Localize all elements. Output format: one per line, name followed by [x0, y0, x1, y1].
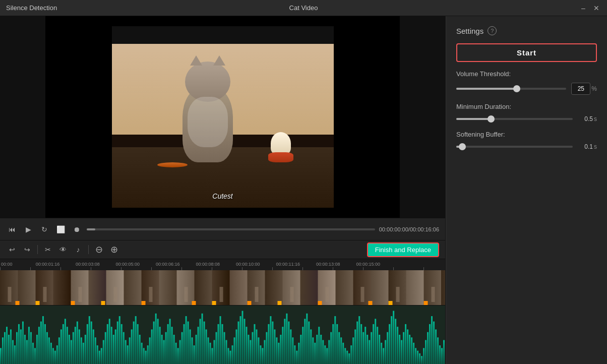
svg-rect-161 [324, 345, 326, 364]
svg-rect-122 [246, 327, 247, 364]
svg-rect-71 [143, 348, 145, 364]
close-button[interactable]: ✕ [592, 4, 601, 13]
svg-rect-35 [71, 340, 72, 364]
audio-button[interactable]: ♪ [72, 244, 84, 256]
progress-bar[interactable] [87, 228, 375, 230]
svg-rect-81 [163, 340, 165, 364]
svg-rect-127 [256, 329, 257, 364]
volume-threshold-fill [456, 88, 517, 90]
svg-rect-100 [202, 314, 203, 364]
svg-rect-148 [298, 343, 299, 364]
zoom-plus-button[interactable]: ⊕ [108, 244, 120, 256]
svg-rect-196 [395, 319, 396, 364]
svg-rect-0 [0, 348, 2, 364]
play-button[interactable]: ▶ [22, 223, 34, 235]
svg-rect-39 [79, 329, 80, 364]
minimum-duration-thumb[interactable] [488, 115, 495, 123]
svg-rect-192 [387, 332, 388, 364]
volume-threshold-slider[interactable] [456, 88, 566, 90]
svg-rect-194 [391, 316, 392, 364]
svg-rect-57 [115, 329, 116, 364]
svg-rect-67 [135, 316, 137, 364]
ruler-label-0: 00:00 [1, 262, 13, 267]
svg-rect-176 [354, 329, 356, 364]
svg-rect-195 [393, 311, 394, 364]
ruler-label-2: 00:00:03:08 [76, 262, 100, 267]
svg-rect-136 [274, 329, 275, 364]
svg-rect-1 [2, 337, 4, 364]
softening-buffer-row: 0.1 s [456, 143, 597, 150]
start-button[interactable]: Start [456, 43, 597, 62]
svg-rect-167 [336, 324, 338, 364]
svg-rect-201 [405, 324, 406, 364]
svg-rect-125 [252, 332, 253, 364]
svg-rect-63 [127, 345, 129, 364]
svg-rect-206 [415, 348, 416, 364]
cut-button[interactable]: ✂ [42, 244, 54, 256]
loop-button[interactable]: ↻ [38, 223, 50, 235]
svg-rect-64 [129, 337, 131, 364]
help-icon[interactable]: ? [488, 26, 497, 35]
svg-rect-188 [379, 335, 380, 364]
svg-rect-89 [179, 340, 181, 364]
right-panel: Settings ? Start Volume Threshold: % Min… [446, 16, 607, 364]
svg-rect-96 [194, 345, 195, 364]
svg-rect-99 [200, 319, 201, 364]
minimum-duration-value-box: 0.5 s [578, 115, 597, 123]
timeline-toolbar: ↩ ↪ ✂ 👁 ♪ ⊖ ⊕ Finish and Replace [0, 240, 445, 259]
softening-buffer-thumb[interactable] [459, 143, 466, 150]
eye-button[interactable]: 👁 [57, 244, 69, 256]
svg-rect-73 [147, 345, 149, 364]
svg-rect-120 [241, 311, 243, 364]
svg-rect-216 [435, 329, 437, 364]
svg-rect-49 [99, 351, 100, 364]
svg-rect-191 [385, 340, 386, 364]
minimize-button[interactable]: – [579, 4, 588, 13]
softening-buffer-slider[interactable] [456, 146, 573, 148]
zoom-minus-button[interactable]: ⊖ [93, 244, 105, 256]
svg-rect-25 [50, 343, 52, 364]
svg-rect-217 [437, 337, 439, 364]
svg-rect-27 [54, 351, 56, 364]
side-bar-right [400, 16, 445, 218]
finish-replace-button[interactable]: Finish and Replace [367, 242, 439, 257]
skip-back-button[interactable]: ⏮ [6, 223, 18, 235]
svg-rect-26 [52, 348, 54, 364]
svg-rect-98 [198, 327, 199, 364]
timeline-video-strip[interactable] [0, 270, 445, 306]
volume-threshold-section: Volume Threshold: % [456, 70, 597, 95]
svg-rect-85 [171, 327, 173, 364]
svg-rect-51 [103, 340, 104, 364]
svg-rect-5 [10, 329, 12, 364]
svg-rect-94 [190, 329, 191, 364]
svg-rect-214 [431, 316, 433, 364]
volume-threshold-input[interactable] [571, 83, 590, 95]
title-bar: Silence Detection Cat Video – ✕ [0, 0, 607, 16]
svg-rect-151 [304, 319, 306, 364]
progress-fill [87, 228, 95, 230]
svg-rect-189 [381, 343, 382, 364]
svg-rect-171 [344, 348, 346, 364]
undo-button[interactable]: ↩ [6, 244, 18, 256]
svg-rect-185 [373, 324, 374, 364]
svg-rect-212 [427, 332, 429, 364]
svg-rect-184 [371, 332, 372, 364]
softening-buffer-value-box: 0.1 s [578, 143, 597, 150]
minimum-duration-unit: s [594, 115, 597, 123]
frame-button[interactable]: ⬜ [54, 223, 67, 235]
record-button[interactable]: ⏺ [71, 223, 83, 235]
svg-rect-61 [123, 332, 125, 364]
svg-rect-88 [177, 348, 179, 364]
svg-rect-84 [169, 319, 171, 364]
svg-rect-208 [419, 353, 420, 364]
redo-button[interactable]: ↪ [21, 244, 33, 256]
left-panel: Cutest ⏮ ▶ ↻ ⬜ ⏺ 00:00:00:00/00:00:16:06… [0, 16, 446, 364]
svg-rect-3 [6, 327, 8, 364]
minimum-duration-slider[interactable] [456, 118, 573, 120]
svg-rect-190 [383, 348, 384, 364]
svg-rect-119 [239, 316, 241, 364]
svg-rect-82 [165, 332, 167, 364]
volume-threshold-thumb[interactable] [513, 85, 520, 92]
ruler-label-1: 00:00:01:16 [36, 262, 60, 267]
svg-rect-23 [46, 332, 48, 364]
